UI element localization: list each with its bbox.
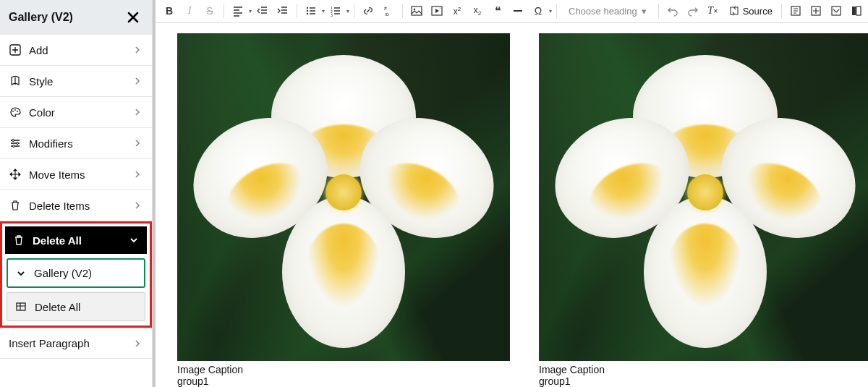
sidebar-item-add[interactable]: Add <box>0 35 152 66</box>
sidebar-title: Gallery (V2) <box>9 11 73 24</box>
sidebar-item-delete-all[interactable]: Delete All <box>5 226 147 254</box>
sidebar-item-label: Modifiers <box>29 137 132 150</box>
indent-button[interactable] <box>273 1 292 20</box>
gallery-caption[interactable]: Image Caption <box>177 364 510 375</box>
dropdown-caret-icon: ▾ <box>642 6 647 17</box>
toolbar-separator <box>297 4 297 18</box>
svg-point-8 <box>307 7 308 9</box>
svg-rect-23 <box>852 7 856 15</box>
toolbar-separator <box>402 4 403 18</box>
delete-grid-icon <box>14 300 27 313</box>
delete-all-sub-label: Gallery (V2) <box>34 267 92 279</box>
horizontal-rule-button[interactable] <box>509 1 527 20</box>
bullet-list-dropdown[interactable]: ▾ <box>302 1 325 20</box>
delete-all-block: Delete All Gallery (V2) Delete All <box>0 221 152 328</box>
chevron-right-icon <box>132 75 143 87</box>
chevron-right-icon <box>132 106 143 118</box>
sidebar-item-label: Delete Items <box>29 200 132 212</box>
sidebar-item-label: Add <box>29 44 132 56</box>
strikethrough-button[interactable]: S <box>200 1 219 20</box>
color-icon <box>9 106 22 119</box>
insert-image-button[interactable] <box>407 1 426 20</box>
editor-toolbar: B I S ▾ ▾ 123 ▾ #ID ♪ <box>156 0 868 23</box>
svg-rect-7 <box>17 303 25 310</box>
chevron-right-icon <box>132 137 143 149</box>
source-icon <box>728 5 740 17</box>
dropdown-caret-icon: ▾ <box>322 8 325 14</box>
superscript-button[interactable]: x2 <box>448 1 467 20</box>
template-b-button[interactable] <box>807 1 825 20</box>
trash-all-icon <box>12 234 25 247</box>
sidebar-header: Gallery (V2) <box>0 0 152 35</box>
svg-point-4 <box>12 140 14 142</box>
sidebar-item-insert-paragraph[interactable]: Insert Paragraph <box>0 328 152 359</box>
template-c-button[interactable] <box>827 1 846 20</box>
sidebar-item-color[interactable]: Color <box>0 97 152 128</box>
svg-point-6 <box>13 145 15 148</box>
toolbar-separator <box>224 4 224 18</box>
chevron-down-icon <box>15 268 27 279</box>
dropdown-caret-icon: ▾ <box>249 8 252 14</box>
svg-point-9 <box>307 10 308 12</box>
editor-canvas[interactable]: Image Caption group1 Image Caption group… <box>156 23 868 387</box>
sidebar-item-label: Style <box>29 75 132 88</box>
source-button[interactable]: Source <box>724 1 777 20</box>
anchor-id-button[interactable]: #ID <box>379 1 398 20</box>
link-button[interactable] <box>359 1 378 20</box>
delete-all-sub-gallery[interactable]: Gallery (V2) <box>7 258 145 288</box>
sidebar-item-style[interactable]: Style <box>0 66 152 97</box>
delete-all-confirm-button[interactable]: Delete All <box>7 292 145 321</box>
sidebar: Gallery (V2) Add Style <box>0 0 153 387</box>
gallery-item[interactable]: Image Caption group1 <box>539 33 868 387</box>
svg-point-3 <box>17 111 18 112</box>
toolbar-separator <box>354 4 354 18</box>
italic-button[interactable]: I <box>180 1 199 20</box>
insert-media-button[interactable]: ♪ <box>427 1 446 20</box>
gallery-caption[interactable]: Image Caption <box>539 364 868 375</box>
svg-text:3: 3 <box>331 13 333 17</box>
clear-formatting-button[interactable]: T✕ <box>704 1 723 20</box>
gallery-image[interactable] <box>539 33 868 361</box>
flower-petal <box>644 196 767 348</box>
move-icon <box>9 168 22 181</box>
special-char-dropdown[interactable]: Ω ▾ <box>529 1 552 20</box>
sidebar-item-modifiers[interactable]: Modifiers <box>0 128 152 159</box>
sidebar-item-label: Color <box>29 106 132 119</box>
gallery-group[interactable]: group1 <box>539 375 868 387</box>
template-a-button[interactable] <box>786 1 805 20</box>
numbered-list-dropdown[interactable]: 123 ▾ <box>326 1 349 20</box>
trash-icon <box>9 199 22 212</box>
bold-button[interactable]: B <box>160 1 179 20</box>
chevron-down-icon <box>128 234 140 246</box>
gallery-group[interactable]: group1 <box>177 375 510 387</box>
undo-button[interactable] <box>663 1 682 20</box>
heading-select[interactable]: Choose heading ▾ <box>561 1 654 20</box>
gallery-item[interactable]: Image Caption group1 <box>177 33 510 387</box>
source-label: Source <box>743 6 773 17</box>
style-icon <box>9 75 22 88</box>
template-d-button[interactable] <box>847 1 866 20</box>
chevron-right-icon <box>132 338 143 349</box>
flower-petal <box>282 196 405 348</box>
flower-center <box>326 174 362 210</box>
chevron-right-icon <box>132 169 143 180</box>
chevron-right-icon <box>132 44 143 56</box>
svg-rect-16 <box>412 7 422 15</box>
svg-point-17 <box>414 9 416 11</box>
sidebar-item-move-items[interactable]: Move Items <box>0 159 152 190</box>
sidebar-item-label: Move Items <box>29 169 132 181</box>
omega-icon: Ω <box>529 1 548 20</box>
subscript-button[interactable]: x2 <box>468 1 487 20</box>
redo-button[interactable] <box>684 1 702 20</box>
modifiers-icon <box>9 137 22 150</box>
dropdown-caret-icon: ▾ <box>549 8 552 14</box>
sidebar-item-delete-items[interactable]: Delete Items <box>0 190 152 221</box>
outdent-button[interactable] <box>253 1 272 20</box>
sidebar-item-label: Insert Paragraph <box>9 337 132 349</box>
svg-point-10 <box>307 13 308 14</box>
close-icon[interactable] <box>123 7 143 27</box>
sidebar-item-label: Delete All <box>33 234 128 247</box>
align-dropdown[interactable]: ▾ <box>229 1 252 20</box>
gallery-image[interactable] <box>177 33 510 361</box>
blockquote-button[interactable]: ❝ <box>488 1 507 20</box>
